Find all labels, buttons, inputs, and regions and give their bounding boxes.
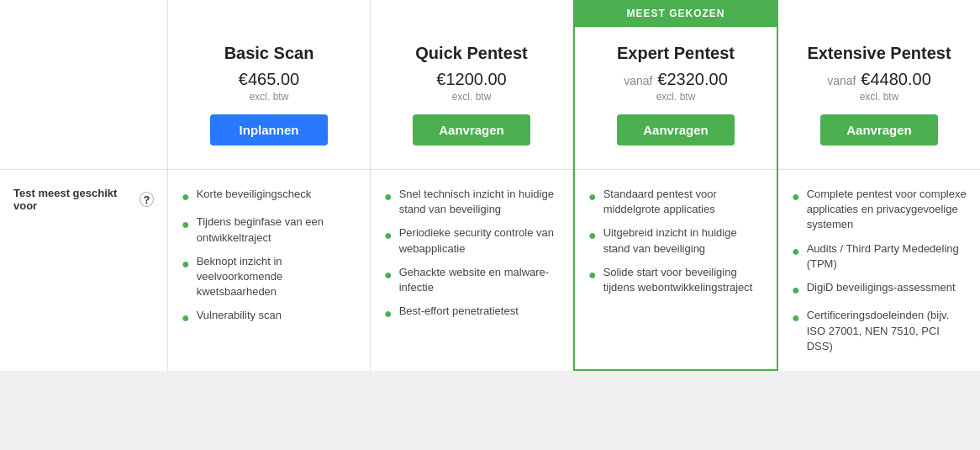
plan-btn-quick[interactable]: Aanvragen bbox=[413, 114, 530, 146]
feature-basic-1: ● Tijdens beginfase van een ontwikkeltra… bbox=[182, 214, 356, 245]
plan-header-extensive: Extensive Pentest vanaf €4480.00 excl. b… bbox=[778, 27, 980, 170]
bullet-icon: ● bbox=[384, 226, 393, 245]
plan-header-expert: Expert Pentest vanaf €2320.00 excl. btw … bbox=[575, 27, 777, 170]
plan-expert: MEEST GEKOZEN Expert Pentest vanaf €2320… bbox=[573, 0, 778, 371]
plan-excl-quick: excl. btw bbox=[452, 91, 492, 103]
spacer-extensive bbox=[778, 0, 980, 27]
feature-extensive-0: ● Complete pentest voor complexe applica… bbox=[792, 187, 967, 233]
bullet-icon: ● bbox=[182, 255, 190, 273]
label-title: Test meest geschikt voor bbox=[13, 187, 134, 212]
label-column: Test meest geschikt voor ? bbox=[0, 0, 168, 371]
spacer-basic bbox=[168, 0, 370, 27]
plans-wrapper: Basic Scan €465.00 excl. btw Inplannen ●… bbox=[168, 0, 980, 371]
feature-expert-2: ● Solide start voor beveiliging tijdens … bbox=[588, 265, 763, 295]
bullet-icon: ● bbox=[588, 266, 597, 284]
plan-price-prefix-extensive: vanaf bbox=[827, 74, 859, 87]
plan-basic: Basic Scan €465.00 excl. btw Inplannen ●… bbox=[168, 0, 371, 371]
spacer-quick bbox=[371, 0, 572, 27]
feature-extensive-1: ● Audits / Third Party Mededeling (TPM) bbox=[792, 241, 967, 272]
feature-extensive-3: ● Certificeringsdoeleinden (bijv. ISO 27… bbox=[792, 308, 967, 354]
plan-price-expert: vanaf €2320.00 bbox=[624, 70, 728, 89]
feature-extensive-2: ● DigiD beveiligings-assessment bbox=[792, 280, 967, 299]
feature-basic-3: ● Vulnerability scan bbox=[182, 308, 356, 327]
bullet-icon: ● bbox=[384, 304, 393, 323]
plan-features-quick: ● Snel technisch inzicht in huidige stan… bbox=[371, 170, 572, 341]
bullet-icon: ● bbox=[182, 188, 190, 206]
feature-expert-1: ● Uitgebreid inzicht in huidige stand va… bbox=[588, 225, 763, 256]
page-wrapper: Test meest geschikt voor ? Basic Scan €4… bbox=[0, 0, 980, 371]
bullet-icon: ● bbox=[792, 309, 800, 327]
bullet-icon: ● bbox=[588, 226, 597, 245]
help-icon[interactable]: ? bbox=[140, 192, 154, 207]
feature-basic-2: ● Beknopt inzicht in veelvoorkomende kwe… bbox=[182, 254, 356, 300]
feature-quick-3: ● Best-effort penetratietest bbox=[384, 304, 559, 323]
plan-name-expert: Expert Pentest bbox=[617, 44, 735, 63]
feature-expert-0: ● Standaard pentest voor middelgrote app… bbox=[588, 187, 763, 217]
plan-header-basic: Basic Scan €465.00 excl. btw Inplannen bbox=[168, 27, 370, 170]
plan-extensive: Extensive Pentest vanaf €4480.00 excl. b… bbox=[778, 0, 980, 371]
label-body: Test meest geschikt voor ? bbox=[0, 170, 167, 229]
bullet-icon: ● bbox=[792, 242, 800, 261]
plan-excl-basic: excl. btw bbox=[250, 91, 289, 103]
bullet-icon: ● bbox=[182, 215, 190, 234]
bullet-icon: ● bbox=[792, 188, 800, 206]
plan-price-basic: €465.00 bbox=[239, 70, 299, 89]
bullet-icon: ● bbox=[384, 188, 393, 206]
plan-header-quick: Quick Pentest €1200.00 excl. btw Aanvrag… bbox=[371, 27, 572, 170]
plan-price-quick: €1200.00 bbox=[436, 70, 506, 89]
label-row-title: Test meest geschikt voor ? bbox=[13, 187, 154, 212]
feature-basic-0: ● Korte beveiligingscheck bbox=[182, 187, 356, 206]
comparison-area: Test meest geschikt voor ? Basic Scan €4… bbox=[0, 0, 980, 371]
plan-btn-basic[interactable]: Inplannen bbox=[210, 114, 328, 146]
bullet-icon: ● bbox=[588, 188, 597, 206]
plan-btn-expert[interactable]: Aanvragen bbox=[617, 114, 735, 146]
feature-quick-0: ● Snel technisch inzicht in huidige stan… bbox=[384, 187, 559, 217]
bullet-icon: ● bbox=[182, 309, 190, 327]
plan-price-prefix-expert: vanaf bbox=[624, 74, 656, 87]
bullet-icon: ● bbox=[384, 266, 393, 284]
feature-quick-1: ● Periodieke security controle van webap… bbox=[384, 225, 559, 256]
plan-excl-extensive: excl. btw bbox=[860, 91, 899, 103]
plan-name-extensive: Extensive Pentest bbox=[807, 44, 951, 63]
plan-features-basic: ● Korte beveiligingscheck ● Tijdens begi… bbox=[168, 170, 370, 345]
plan-price-extensive: vanaf €4480.00 bbox=[827, 70, 931, 89]
plan-name-quick: Quick Pentest bbox=[415, 44, 527, 63]
feature-quick-2: ● Gehackte website en malware-infectie bbox=[384, 265, 559, 295]
label-header-spacer bbox=[0, 0, 167, 170]
plan-features-extensive: ● Complete pentest voor complexe applica… bbox=[778, 170, 980, 371]
plan-excl-expert: excl. btw bbox=[656, 91, 696, 103]
featured-badge: MEEST GEKOZEN bbox=[575, 0, 777, 27]
plan-quick: Quick Pentest €1200.00 excl. btw Aanvrag… bbox=[371, 0, 573, 371]
plan-btn-extensive[interactable]: Aanvragen bbox=[820, 114, 938, 146]
plan-name-basic: Basic Scan bbox=[224, 44, 314, 63]
bullet-icon: ● bbox=[792, 281, 800, 299]
plan-features-expert: ● Standaard pentest voor middelgrote app… bbox=[575, 170, 777, 312]
